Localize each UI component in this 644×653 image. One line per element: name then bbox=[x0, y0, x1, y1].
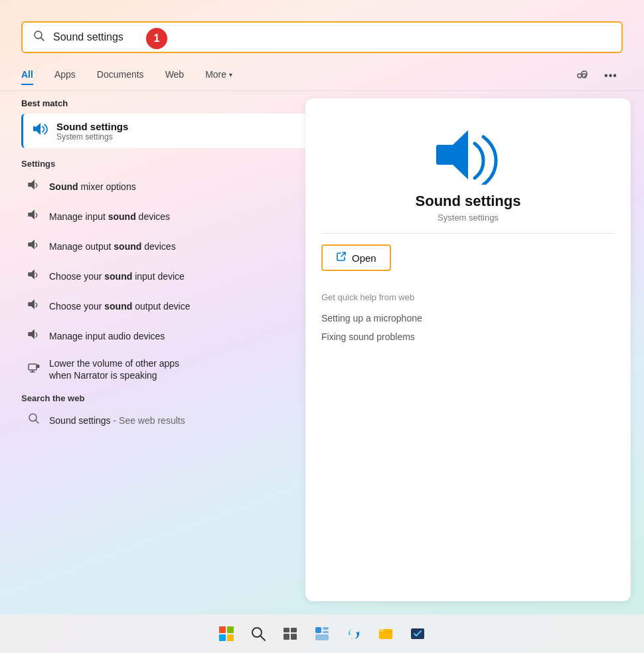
chevron-down-icon: ▾ bbox=[229, 71, 232, 78]
taskbar bbox=[0, 614, 644, 653]
taskbar-app-button[interactable] bbox=[404, 620, 432, 648]
web-section-label: Search the web bbox=[21, 393, 313, 403]
search-bar[interactable]: Sound settings bbox=[21, 21, 623, 53]
svg-rect-12 bbox=[283, 634, 289, 640]
search-input-value: Sound settings bbox=[53, 31, 611, 43]
settings-item-choose-input[interactable]: Choose your sound input device › bbox=[21, 261, 313, 291]
svg-rect-16 bbox=[323, 631, 329, 633]
right-panel-divider bbox=[321, 233, 615, 234]
right-panel-subtitle: System settings bbox=[438, 213, 499, 223]
sound-icon-large bbox=[432, 125, 505, 185]
svg-rect-10 bbox=[283, 628, 289, 632]
settings-list: Sound mixer options › Manage input sound… bbox=[21, 171, 313, 388]
widgets-icon bbox=[314, 626, 330, 642]
quick-help-link-fixing[interactable]: Fixing sound problems bbox=[321, 327, 615, 346]
settings-label: Settings bbox=[21, 159, 313, 169]
tab-divider bbox=[0, 90, 644, 91]
taskbar-widgets-button[interactable] bbox=[308, 620, 336, 648]
step-badge-1: 1 bbox=[146, 28, 167, 49]
settings-item-audio-text: Manage input audio devices bbox=[49, 331, 297, 341]
app-icon bbox=[410, 626, 426, 642]
taskbar-edge-button[interactable] bbox=[340, 620, 368, 648]
best-match-label: Best match bbox=[21, 98, 313, 108]
quick-help-section: Get quick help from web Setting up a mic… bbox=[321, 292, 615, 346]
svg-rect-15 bbox=[323, 627, 329, 630]
tab-all[interactable]: All bbox=[21, 64, 44, 85]
taskbar-fileexplorer-button[interactable] bbox=[372, 620, 400, 648]
file-explorer-icon bbox=[378, 626, 394, 642]
sound-settings-icon bbox=[31, 120, 48, 141]
settings-item-choose-output-text: Choose your sound output device bbox=[49, 301, 297, 312]
taskview-icon bbox=[282, 626, 298, 642]
settings-item-choose-input-text: Choose your sound input device bbox=[49, 271, 297, 282]
sound-icon-choose-input bbox=[27, 268, 41, 284]
settings-item-narrator[interactable]: Lower the volume of other appswhen Narra… bbox=[21, 351, 313, 388]
sound-icon-mixer bbox=[27, 178, 41, 195]
taskbar-search-button[interactable] bbox=[244, 620, 272, 648]
search-bar-container: Sound settings bbox=[21, 21, 623, 53]
tab-web[interactable]: Web bbox=[155, 64, 195, 85]
search-icon bbox=[33, 30, 45, 45]
best-match-info: Sound settings System settings bbox=[56, 121, 128, 141]
settings-item-choose-output[interactable]: Choose your sound output device › bbox=[21, 291, 313, 321]
left-panel: Best match Sound settings System setting… bbox=[21, 98, 313, 601]
best-match-title: Sound settings bbox=[56, 121, 128, 132]
quick-help-label: Get quick help from web bbox=[321, 292, 615, 302]
open-button[interactable]: Open bbox=[321, 244, 391, 271]
settings-item-input-devices[interactable]: Manage input sound devices › bbox=[21, 201, 313, 231]
settings-item-audio-devices[interactable]: Manage input audio devices › bbox=[21, 321, 313, 351]
tab-more[interactable]: More ▾ bbox=[195, 64, 243, 85]
edge-icon bbox=[346, 626, 362, 642]
search-panel: 1 Sound settings All Apps Documents Web … bbox=[0, 0, 644, 614]
windows-logo-icon bbox=[219, 626, 234, 641]
svg-rect-14 bbox=[315, 627, 321, 633]
tab-documents[interactable]: Documents bbox=[86, 64, 155, 85]
svg-rect-4 bbox=[29, 364, 37, 370]
settings-item-mixer[interactable]: Sound mixer options › bbox=[21, 171, 313, 201]
narrator-icon bbox=[27, 361, 41, 378]
settings-item-output-text: Manage output sound devices bbox=[49, 241, 297, 252]
sound-icon-input bbox=[27, 208, 41, 225]
svg-rect-13 bbox=[291, 634, 297, 640]
taskbar-windows-button[interactable] bbox=[212, 620, 240, 648]
svg-rect-11 bbox=[291, 628, 297, 632]
settings-item-input-text: Manage input sound devices bbox=[49, 211, 297, 222]
web-search-item[interactable]: Sound settings - See web results › bbox=[21, 406, 313, 434]
right-panel: 2 Sound settings System settings bbox=[305, 98, 631, 601]
tab-apps[interactable]: Apps bbox=[44, 64, 86, 85]
settings-item-output-devices[interactable]: Manage output sound devices › bbox=[21, 231, 313, 261]
sound-icon-audio bbox=[27, 327, 41, 344]
external-link-icon bbox=[336, 251, 347, 264]
filter-tabs: All Apps Documents Web More ▾ bbox=[21, 64, 243, 85]
svg-rect-17 bbox=[315, 634, 329, 640]
sound-icon-choose-output bbox=[27, 298, 41, 314]
svg-line-7 bbox=[36, 420, 39, 424]
web-search-icon bbox=[27, 413, 41, 428]
svg-point-5 bbox=[37, 364, 40, 367]
settings-item-mixer-text: Sound mixer options bbox=[49, 181, 297, 192]
taskbar-taskview-button[interactable] bbox=[276, 620, 304, 648]
best-match-subtitle: System settings bbox=[56, 132, 128, 141]
svg-rect-19 bbox=[379, 629, 384, 632]
right-panel-title: Sound settings bbox=[416, 193, 521, 210]
web-search-text: Sound settings - See web results bbox=[49, 415, 297, 426]
svg-line-1 bbox=[41, 38, 44, 41]
best-match-item[interactable]: Sound settings System settings bbox=[21, 114, 313, 148]
quick-help-link-microphone[interactable]: Setting up a microphone bbox=[321, 309, 615, 327]
sound-icon-output bbox=[27, 238, 41, 254]
ellipsis-icon: ••• bbox=[604, 70, 617, 82]
chat-icon-btn[interactable] bbox=[570, 64, 594, 88]
header-icons: ••• bbox=[570, 64, 623, 88]
taskbar-search-icon bbox=[250, 626, 266, 642]
settings-item-narrator-text: Lower the volume of other appswhen Narra… bbox=[49, 357, 297, 381]
more-options-btn[interactable]: ••• bbox=[599, 64, 623, 88]
svg-line-9 bbox=[261, 636, 266, 641]
svg-point-2 bbox=[578, 74, 582, 78]
